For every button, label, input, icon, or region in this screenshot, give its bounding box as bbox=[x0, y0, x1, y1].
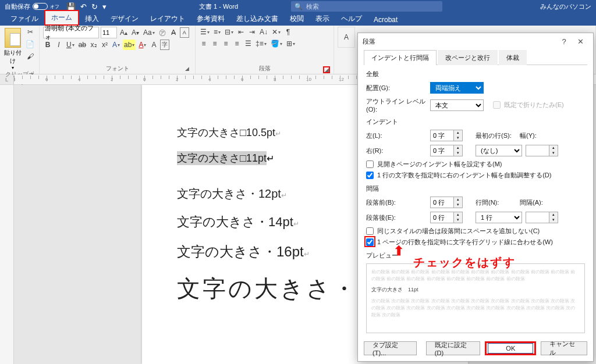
indent-left-spinner[interactable]: ▴▾ bbox=[430, 130, 464, 141]
dialog-titlebar: 段落 ? ✕ bbox=[358, 33, 593, 49]
grow-font-icon[interactable]: A▴ bbox=[119, 27, 129, 38]
borders-icon[interactable]: ⊞▾ bbox=[285, 38, 296, 49]
tab-file[interactable]: ファイル bbox=[5, 12, 44, 26]
text-effects-icon[interactable]: A▾ bbox=[111, 40, 121, 50]
first-line-label: 最初の行(S): bbox=[476, 131, 516, 140]
strikethrough-icon[interactable]: ab bbox=[77, 40, 87, 50]
dialog-footer: タブ設定(T)... 既定に設定(D) OK キャンセル bbox=[364, 341, 587, 355]
cancel-button[interactable]: キャンセル bbox=[541, 341, 587, 355]
paragraph-group-label: 段落◢ bbox=[199, 65, 330, 73]
superscript-icon[interactable]: x² bbox=[100, 40, 109, 50]
indent-width-spinner[interactable]: ▴▾ bbox=[526, 145, 559, 156]
font-size-combo[interactable]: 11 bbox=[101, 27, 117, 38]
align-center-icon[interactable]: ≡ bbox=[210, 38, 219, 49]
preview-sample-text: 文字の大きさ 11pt bbox=[371, 286, 580, 294]
dialog-tab-indent[interactable]: インデントと行間隔 bbox=[364, 50, 437, 65]
align-left-icon[interactable]: ≡ bbox=[199, 38, 208, 49]
multilevel-icon[interactable]: ⊟▾ bbox=[224, 27, 235, 37]
justify-icon[interactable]: ≡ bbox=[232, 38, 242, 49]
text-line-selected: 文字の大きさ□11pt bbox=[177, 151, 267, 165]
tab-design[interactable]: デザイン bbox=[105, 12, 144, 26]
paste-button[interactable]: 貼り付け ▾ bbox=[3, 27, 22, 70]
underline-icon[interactable]: U▾ bbox=[65, 40, 76, 50]
title-bar: 自動保存 オフ 💾 ↶ ↻ ▾ 文書 1 - Word 🔍 検索 みんなのパソコ… bbox=[0, 0, 596, 13]
dialog-tab-pagebreak[interactable]: 改ページと改行 bbox=[438, 50, 498, 65]
increase-indent-icon[interactable]: ⇥ bbox=[247, 27, 257, 37]
char-shading-icon[interactable]: A bbox=[149, 40, 158, 50]
undo-icon[interactable]: ↶ bbox=[80, 2, 87, 11]
space-before-label: 段落前(B): bbox=[366, 198, 427, 207]
shading-icon[interactable]: 🪣▾ bbox=[269, 38, 283, 49]
styles-icon[interactable]: A bbox=[338, 27, 355, 48]
phonetic-guide-icon[interactable]: ㋐ bbox=[158, 27, 167, 38]
alignment-select[interactable]: 両端揃え bbox=[430, 82, 484, 94]
snap-grid-label: 1 ページの行数を指定時に文字を行グリッド線に合わせる(W) bbox=[377, 238, 553, 247]
font-name-combo[interactable]: 游明朝 (本文のフォ bbox=[43, 27, 99, 38]
enclose-char-icon[interactable]: A bbox=[180, 27, 189, 38]
tab-home[interactable]: ホーム bbox=[44, 10, 79, 26]
spacing-at-label: 間隔(A): bbox=[520, 198, 547, 207]
copy-icon[interactable]: 📄 bbox=[24, 39, 36, 49]
tab-mailings[interactable]: 差し込み文書 bbox=[230, 12, 284, 26]
change-case-icon[interactable]: Aa▾ bbox=[142, 27, 156, 38]
italic-icon[interactable]: I bbox=[54, 40, 63, 50]
close-button[interactable]: ✕ bbox=[572, 35, 588, 48]
width-label: 幅(Y): bbox=[520, 131, 543, 140]
search-box[interactable]: 🔍 検索 bbox=[291, 1, 442, 12]
subscript-icon[interactable]: x₂ bbox=[89, 40, 98, 50]
auto-adjust-checkbox[interactable] bbox=[366, 172, 374, 179]
font-color-icon[interactable]: A▾ bbox=[137, 40, 147, 50]
qat-customize-icon[interactable]: ▾ bbox=[102, 2, 107, 11]
sort-icon[interactable]: A↓ bbox=[258, 27, 269, 37]
spacing-header: 間隔 bbox=[366, 184, 585, 193]
distribute-icon[interactable]: ☰ bbox=[243, 38, 253, 49]
preview-next-text: 次の段落 次の段落 次の段落 次の段落 次の段落 次の段落 次の段落 次の段落 … bbox=[371, 298, 580, 319]
tab-layout[interactable]: レイアウト bbox=[144, 12, 191, 26]
decrease-indent-icon[interactable]: ⇤ bbox=[236, 27, 246, 37]
tab-help[interactable]: ヘルプ bbox=[335, 12, 368, 26]
autosave-label: 自動保存 bbox=[5, 2, 30, 11]
tab-settings-button[interactable]: タブ設定(T)... bbox=[364, 341, 417, 355]
show-marks-icon[interactable]: ¶ bbox=[283, 27, 293, 37]
search-icon: 🔍 bbox=[295, 3, 303, 10]
spacing-at-spinner[interactable]: ▴▾ bbox=[526, 212, 559, 223]
indent-right-spinner[interactable]: ▴▾ bbox=[430, 145, 464, 156]
ok-button[interactable]: OK bbox=[485, 341, 536, 355]
same-style-checkbox[interactable] bbox=[366, 227, 374, 235]
tab-review[interactable]: 校閲 bbox=[284, 12, 310, 26]
indent-header: インデント bbox=[366, 117, 585, 126]
highlight-icon[interactable]: ab▾ bbox=[123, 40, 136, 50]
shrink-font-icon[interactable]: A▾ bbox=[130, 27, 140, 38]
char-border-icon[interactable]: 字 bbox=[160, 40, 169, 50]
vertical-ruler[interactable] bbox=[0, 85, 14, 364]
format-painter-icon[interactable]: 🖌 bbox=[24, 51, 36, 62]
general-header: 全般 bbox=[366, 70, 585, 78]
asian-layout-icon[interactable]: ✕▾ bbox=[271, 27, 282, 37]
tab-acrobat[interactable]: Acrobat bbox=[368, 14, 403, 26]
redo-icon[interactable]: ↻ bbox=[91, 2, 98, 11]
line-spacing-icon[interactable]: ‡≡▾ bbox=[254, 38, 268, 49]
dialog-title: 段落 bbox=[363, 37, 375, 46]
space-before-spinner[interactable]: ▴▾ bbox=[430, 197, 464, 208]
first-line-select[interactable]: (なし) bbox=[476, 145, 522, 156]
space-after-spinner[interactable]: ▴▾ bbox=[430, 212, 464, 223]
outline-select[interactable]: 本文 bbox=[430, 99, 484, 111]
set-default-button[interactable]: 既定に設定(D) bbox=[426, 341, 481, 355]
mirror-indent-checkbox[interactable] bbox=[366, 160, 374, 168]
tab-references[interactable]: 参考資料 bbox=[191, 12, 230, 26]
dialog-tab-asian[interactable]: 体裁 bbox=[499, 50, 527, 65]
tab-view[interactable]: 表示 bbox=[310, 12, 335, 26]
font-launcher-icon[interactable]: ◢ bbox=[183, 65, 190, 72]
paragraph-launcher-icon[interactable]: ◢ bbox=[323, 66, 330, 73]
alignment-label: 配置(G): bbox=[366, 84, 427, 92]
help-button[interactable]: ? bbox=[556, 35, 572, 48]
bullets-icon[interactable]: ☰▾ bbox=[199, 27, 211, 37]
cut-icon[interactable]: ✂ bbox=[24, 27, 36, 37]
numbering-icon[interactable]: ≡▾ bbox=[212, 27, 222, 37]
line-spacing-select[interactable]: 1 行 bbox=[476, 212, 522, 223]
clear-format-icon[interactable]: A̶ bbox=[169, 27, 178, 38]
bold-icon[interactable]: B bbox=[43, 40, 52, 50]
preview-prev-text: 前の段落 前の段落 前の段落 前の段落 前の段落 前の段落 前の段落 前の段落 … bbox=[371, 269, 580, 283]
autosave-state: オフ bbox=[50, 3, 59, 10]
align-right-icon[interactable]: ≡ bbox=[221, 38, 230, 49]
